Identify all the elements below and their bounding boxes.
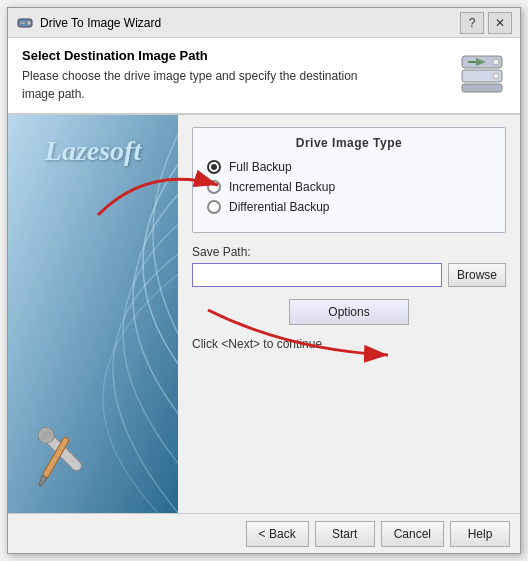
bottom-bar: < Back Start Cancel Help [8, 513, 520, 553]
save-path-area: Save Path: Browse [192, 245, 506, 287]
header-section: Select Destination Image Path Please cho… [8, 38, 520, 115]
right-panel: Drive Image Type Full Backup Incremental… [178, 115, 520, 513]
options-button[interactable]: Options [289, 299, 409, 325]
close-button[interactable]: ✕ [488, 12, 512, 34]
radio-full-backup[interactable]: Full Backup [207, 160, 491, 174]
radio-full-backup-indicator[interactable] [207, 160, 221, 174]
svg-rect-2 [20, 22, 25, 24]
save-path-label: Save Path: [192, 245, 506, 259]
svg-point-6 [493, 59, 499, 65]
header-title: Select Destination Image Path [22, 48, 448, 63]
wizard-window: Drive To Image Wizard ? ✕ Select Destina… [7, 7, 521, 554]
title-bar: Drive To Image Wizard ? ✕ [8, 8, 520, 38]
svg-point-7 [493, 73, 499, 79]
options-btn-container: Options [192, 299, 506, 325]
right-content: Drive Image Type Full Backup Incremental… [178, 115, 520, 513]
cancel-button[interactable]: Cancel [381, 521, 444, 547]
title-icon [16, 14, 34, 32]
radio-differential-backup[interactable]: Differential Backup [207, 200, 491, 214]
help-button[interactable]: ? [460, 12, 484, 34]
radio-differential-backup-label: Differential Backup [229, 200, 330, 214]
drive-image-type-title: Drive Image Type [207, 136, 491, 150]
browse-button[interactable]: Browse [448, 263, 506, 287]
sidebar: Lazesoft [8, 115, 178, 513]
header-icon [458, 48, 506, 96]
radio-incremental-backup-label: Incremental Backup [229, 180, 335, 194]
back-button[interactable]: < Back [246, 521, 309, 547]
radio-incremental-backup[interactable]: Incremental Backup [207, 180, 491, 194]
window-title: Drive To Image Wizard [40, 16, 460, 30]
svg-rect-5 [462, 84, 502, 92]
drive-image-type-box: Drive Image Type Full Backup Incremental… [192, 127, 506, 233]
save-path-row: Browse [192, 263, 506, 287]
radio-differential-backup-indicator[interactable] [207, 200, 221, 214]
svg-point-1 [27, 21, 31, 25]
header-description: Please choose the drive image type and s… [22, 67, 448, 103]
sidebar-tools-icon [28, 413, 108, 493]
radio-incremental-backup-indicator[interactable] [207, 180, 221, 194]
sidebar-brand: Lazesoft [8, 135, 178, 167]
radio-full-backup-label: Full Backup [229, 160, 292, 174]
continue-text: Click <Next> to continue. [192, 337, 506, 351]
svg-marker-15 [37, 475, 47, 487]
help-bottom-button[interactable]: Help [450, 521, 510, 547]
start-button[interactable]: Start [315, 521, 375, 547]
title-bar-buttons: ? ✕ [460, 12, 512, 34]
save-path-input[interactable] [192, 263, 442, 287]
header-text: Select Destination Image Path Please cho… [22, 48, 448, 103]
main-content: Lazesoft Drive Im [8, 115, 520, 513]
